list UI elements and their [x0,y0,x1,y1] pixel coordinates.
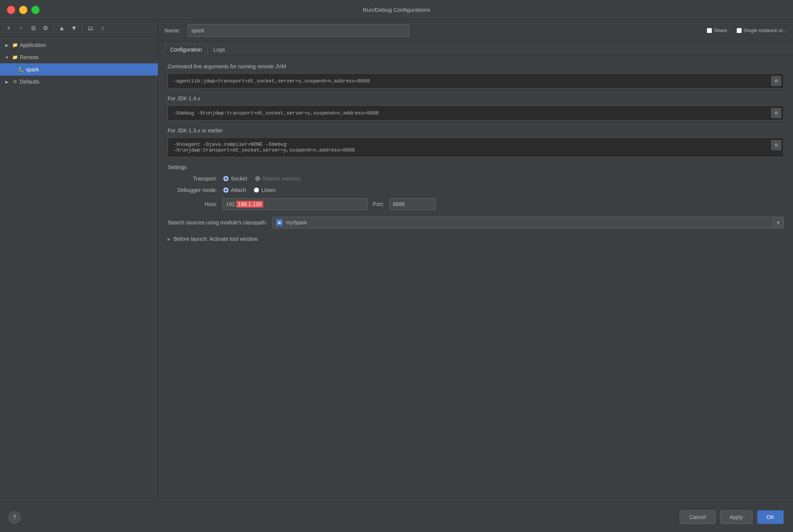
sidebar-item-remote[interactable]: ▼ 📁 Remote [0,51,158,63]
spark-label: spark [26,66,39,73]
window-controls [7,6,40,14]
socket-radio-label[interactable]: Socket [223,176,247,182]
port-label: Port: [373,201,384,207]
config-content: Command line arguments for running remot… [158,56,793,501]
content-topbar: Name: Share Single instance or... [158,20,793,41]
tabs-bar: Configuration Logs [158,41,793,56]
sidebar-item-defaults[interactable]: ▶ ⚙ Defaults [0,76,158,88]
sidebar-item-spark[interactable]: 🐛 spark [0,63,158,76]
cmd-line-label: Command line arguments for running remot… [168,63,784,69]
minimize-button[interactable] [19,6,27,14]
folder-button[interactable]: 🗂 [85,23,95,33]
attach-label: Attach [231,187,246,193]
name-input[interactable] [188,24,409,37]
classpath-module-icon: ▦ [276,219,283,226]
settings-title: Settings [168,164,784,170]
before-launch-expand-icon: ▶ [168,237,171,241]
application-label: Application [20,42,46,48]
toolbar-divider [53,24,54,32]
port-input[interactable] [390,198,435,210]
help-button[interactable]: ? [8,511,21,524]
debugger-mode-row: Debugger mode: Attach Listen [168,187,784,193]
config-tree: ▶ 📁 Application ▼ 📁 Remote 🐛 spark ▶ ⚙ D… [0,37,158,501]
settings-button[interactable]: ⚙ [40,23,50,33]
expand-spark-icon [10,66,16,73]
single-instance-checkbox[interactable] [737,28,742,33]
apply-button[interactable]: Apply [720,510,753,524]
copy-config-button[interactable]: ⧉ [28,23,38,33]
share-checkbox-label[interactable]: Share [707,27,727,33]
listen-radio-label[interactable]: Listen [254,187,276,193]
remove-config-button[interactable]: − [16,23,26,33]
jdk13-line1: -Xnoagent -Djava.compiler=NONE -Xdebug [173,142,286,147]
settings-section: Settings Transport: Socket Shared memory [168,164,784,228]
sort-button[interactable]: ↕ [98,23,108,33]
close-button[interactable] [7,6,15,14]
defaults-label: Defaults [20,79,39,85]
name-label: Name: [164,27,180,34]
attach-radio[interactable] [223,187,229,193]
transport-label: Transport: [168,176,217,182]
remote-label: Remote [20,54,39,60]
copy-jdk13-btn[interactable]: ⧉ [771,140,781,150]
move-down-button[interactable]: ▼ [69,23,79,33]
copy-cmd-btn[interactable]: ⧉ [771,76,781,86]
jdk14-label: For JDK 1.4.x [168,95,784,102]
jdk13-line2: -Xrunjdwp:transport=dt_socket,server=y,s… [173,147,355,153]
maximize-button[interactable] [31,6,40,14]
host-input-container[interactable]: 192. 168.1.100 [222,198,367,210]
socket-label: Socket [231,176,247,182]
cmd-line-box: -agentlib:jdwp=transport=dt_socket,serve… [168,73,784,89]
host-port-row: Host: 192. 168.1.100 Port: [168,198,784,210]
shared-memory-radio-label: Shared memory [255,176,301,182]
transport-row: Transport: Socket Shared memory [168,176,784,182]
toolbar-divider-2 [82,24,82,32]
classpath-row: Search sources using module's classpath:… [168,217,784,228]
ok-button[interactable]: OK [757,510,784,524]
header-checkboxes: Share Single instance or... [707,27,787,33]
classpath-select[interactable]: ▦ mySpark ▼ [272,217,784,228]
title-bar: Run/Debug Configurations [0,0,793,20]
jdk14-value: -Xdebug -Xrunjdwp:transport=dt_socket,se… [173,110,379,116]
debugger-mode-label: Debugger mode: [168,187,217,193]
host-prefix: 192. [226,201,236,207]
defaults-icon: ⚙ [11,78,18,85]
application-folder-icon: 📁 [11,42,18,48]
add-config-button[interactable]: + [4,23,14,33]
tab-configuration[interactable]: Configuration [164,44,208,56]
tab-logs[interactable]: Logs [208,44,230,56]
socket-radio[interactable] [223,176,229,181]
window-title: Run/Debug Configurations [363,6,430,13]
sidebar-item-application[interactable]: ▶ 📁 Application [0,39,158,51]
single-instance-label-text: Single instance or... [744,27,787,33]
move-up-button[interactable]: ▲ [57,23,67,33]
cmd-line-value: -agentlib:jdwp=transport=dt_socket,serve… [173,78,370,84]
classpath-dropdown-btn[interactable]: ▼ [773,217,783,228]
bottom-bar: Cancel Apply OK [0,501,793,532]
before-launch-label: Before launch: Activate tool window [174,236,258,242]
attach-radio-label[interactable]: Attach [223,187,246,193]
spark-debug-icon: 🐛 [18,66,24,73]
cancel-button[interactable]: Cancel [680,510,716,524]
transport-radio-group: Socket Shared memory [223,176,300,182]
expand-application-icon: ▶ [4,42,10,48]
remote-folder-icon: 📁 [11,54,18,61]
before-launch-row[interactable]: ▶ Before launch: Activate tool window [168,236,784,242]
listen-radio[interactable] [254,187,259,193]
copy-jdk14-btn[interactable]: ⧉ [771,108,781,118]
share-checkbox[interactable] [707,28,712,33]
classpath-label: Search sources using module's classpath: [168,219,267,226]
classpath-value: mySpark [286,219,307,226]
shared-memory-label: Shared memory [263,176,301,182]
shared-memory-radio [255,176,260,181]
share-label-text: Share [714,27,727,33]
single-instance-checkbox-label[interactable]: Single instance or... [737,27,787,33]
sidebar-toolbar: + − ⧉ ⚙ ▲ ▼ 🗂 ↕ [0,20,158,37]
jdk13-label: For JDK 1.3.x or earlier [168,127,784,134]
content-area: Name: Share Single instance or... Config… [158,20,793,501]
listen-label: Listen [261,187,276,193]
jdk13-box: -Xnoagent -Djava.compiler=NONE -Xdebug -… [168,137,784,157]
host-label: Host: [168,201,217,207]
expand-remote-icon: ▼ [4,54,10,60]
jdk14-box: -Xdebug -Xrunjdwp:transport=dt_socket,se… [168,105,784,121]
